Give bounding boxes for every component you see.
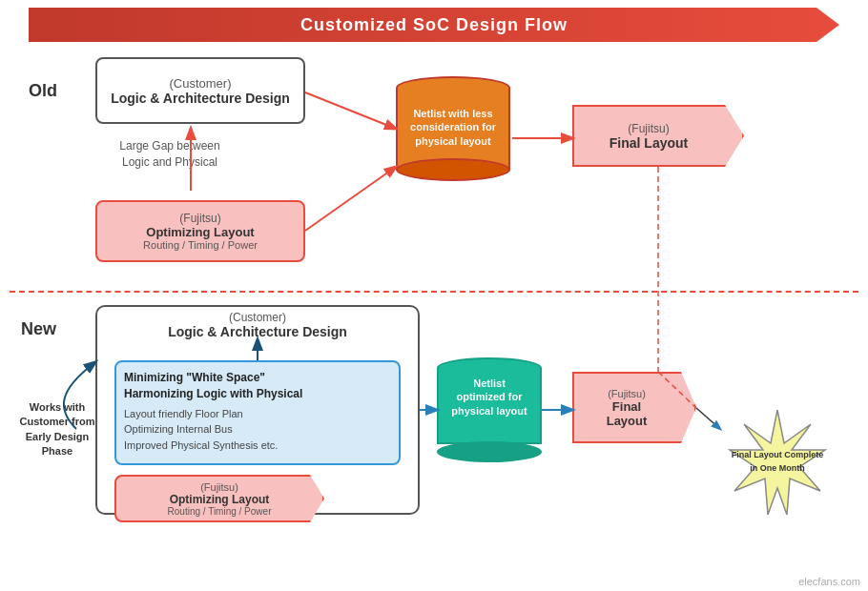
old-cylinder-text: Netlist with lessconsideration forphysic… xyxy=(396,105,510,150)
old-netlist-cylinder: Netlist with lessconsideration forphysic… xyxy=(396,76,510,181)
old-customer-sub: (Customer) xyxy=(169,76,231,91)
svg-text:in One Month: in One Month xyxy=(750,463,805,473)
new-customer-label: (Customer) Logic & Architecture Design xyxy=(167,311,348,339)
old-final-main: Final Layout xyxy=(610,135,688,151)
old-cylinder-bottom xyxy=(396,158,510,181)
new-label: New xyxy=(21,319,56,339)
old-fujitsu-main: Optimizing Layout xyxy=(146,225,254,239)
svg-line-4 xyxy=(305,167,396,231)
works-text-content: Works with Customer from Early Design Ph… xyxy=(20,401,95,457)
watermark: elecfans.com xyxy=(798,576,860,587)
new-fujitsu-box: (Fujitsu) Optimizing Layout Routing / Ti… xyxy=(114,475,324,522)
svg-line-3 xyxy=(305,92,396,129)
new-inner-box: Minimizing "White Space"Harmonizing Logi… xyxy=(114,360,401,465)
new-cylinder-text: Netlistoptimized forphysical layout xyxy=(437,375,542,419)
svg-text:Final Layout Complete: Final Layout Complete xyxy=(732,450,824,459)
new-netlist-cylinder: Netlistoptimized forphysical layout xyxy=(437,357,542,462)
old-label: Old xyxy=(29,81,57,101)
old-customer-box: (Customer) Logic & Architecture Design xyxy=(95,57,305,124)
new-inner-items: Layout friendly Floor PlanOptimizing Int… xyxy=(124,406,391,454)
starburst-shape: Final Layout Complete in One Month xyxy=(715,410,839,515)
top-banner: Customized SoC Design Flow xyxy=(29,8,839,42)
old-fujitsu-routing: Routing / Timing / Power xyxy=(143,239,258,251)
new-final-layout-box: (Fujitsu) FinalLayout xyxy=(572,372,696,443)
new-cylinder-bottom xyxy=(437,441,542,462)
new-inner-bold: Minimizing "White Space"Harmonizing Logi… xyxy=(124,370,391,402)
svg-marker-0 xyxy=(730,410,825,515)
title: Customized SoC Design Flow xyxy=(300,15,568,35)
new-final-main: FinalLayout xyxy=(607,399,648,428)
old-final-layout-box: (Fujitsu) Final Layout xyxy=(572,105,744,167)
new-customer-main: Logic & Architecture Design xyxy=(167,324,348,339)
old-customer-main: Logic & Architecture Design xyxy=(111,91,290,106)
old-final-sub: (Fujitsu) xyxy=(628,122,669,135)
gap-text-content: Large Gap betweenLogic and Physical xyxy=(119,139,219,169)
new-customer-sub: (Customer) xyxy=(167,311,348,324)
section-divider xyxy=(10,291,858,293)
new-final-sub: (Fujitsu) xyxy=(608,388,646,399)
works-with-customer-text: Works with Customer from Early Design Ph… xyxy=(10,400,105,459)
old-fujitsu-box: (Fujitsu) Optimizing Layout Routing / Ti… xyxy=(95,200,305,262)
new-fujitsu-routing: Routing / Timing / Power xyxy=(168,506,272,517)
old-gap-text: Large Gap betweenLogic and Physical xyxy=(103,138,237,171)
new-fujitsu-main: Optimizing Layout xyxy=(170,493,270,506)
old-fujitsu-sub: (Fujitsu) xyxy=(179,212,220,225)
new-fujitsu-sub: (Fujitsu) xyxy=(200,481,238,493)
